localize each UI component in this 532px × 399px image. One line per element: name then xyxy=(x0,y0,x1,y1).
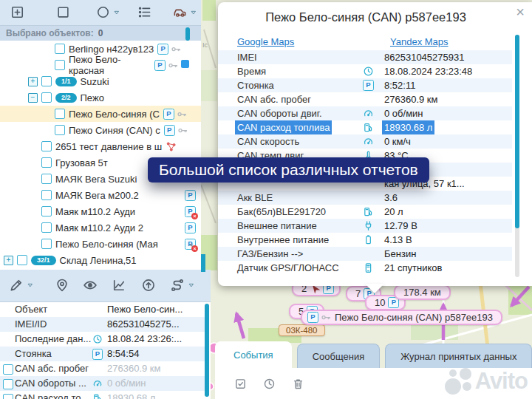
info-label: Последние дан... xyxy=(15,332,91,347)
info-value: Пежо Бело-син... xyxy=(107,302,183,317)
marker-text: 7 xyxy=(355,288,361,299)
object-list-item[interactable]: Пежо Бело-синяя (С P xyxy=(0,106,201,122)
map-marker-label[interactable]: 03К-480 xyxy=(279,324,325,336)
object-checkbox[interactable] xyxy=(41,239,52,249)
toolbar-button[interactable] xyxy=(173,5,197,19)
object-label: МАЯК Вега Suzuki xyxy=(55,174,137,185)
object-list-item[interactable]: 2651 тест давление в ш xyxy=(0,138,201,154)
list-icon[interactable] xyxy=(137,5,151,19)
chevron-down-icon[interactable] xyxy=(190,9,197,16)
map-marker-label[interactable]: 178.4 км xyxy=(394,284,451,300)
object-list-item[interactable]: МАЯК Вега м200.2 P xyxy=(0,187,201,203)
p-icon: P xyxy=(92,349,103,359)
route-icon[interactable] xyxy=(170,278,185,293)
info-value: 276360.9 км xyxy=(107,361,160,376)
param-checkbox[interactable] xyxy=(3,394,13,399)
detail-row: Время 18.08.2024 23:23:48 xyxy=(218,64,512,78)
object-list-item[interactable]: Маяк м110.2 Ауди 2 P xyxy=(0,219,201,236)
map-link[interactable]: Google Maps xyxy=(237,36,294,47)
objects-sidebar: Выбрано объектов:0 Berlingo н422ув123 P … xyxy=(0,0,201,270)
info-row: IMEI/ID 862531045275... xyxy=(0,317,207,332)
detail-value: 12.79 В xyxy=(384,219,417,233)
action-button[interactable] xyxy=(9,278,34,293)
trash-icon[interactable] xyxy=(292,378,304,390)
group-count-badge: 1/1 xyxy=(55,77,77,86)
action-button[interactable] xyxy=(55,278,69,293)
plus-square-icon[interactable] xyxy=(10,5,24,19)
object-checkbox[interactable] xyxy=(41,141,52,151)
eye-icon[interactable] xyxy=(83,278,98,293)
object-checkbox[interactable] xyxy=(41,92,52,103)
chevron-down-icon[interactable] xyxy=(188,282,195,289)
object-list-item[interactable]: Пежо Бело-синяя (Мая P× xyxy=(0,236,201,252)
object-checkbox[interactable] xyxy=(41,174,52,184)
object-checkbox[interactable] xyxy=(41,157,52,168)
detail-label: Внешнее питание xyxy=(237,219,317,233)
object-checkbox[interactable] xyxy=(55,125,65,135)
toolbar-button[interactable] xyxy=(56,5,70,19)
object-checkbox[interactable] xyxy=(55,44,65,54)
param-checkbox[interactable] xyxy=(3,364,13,375)
upload-icon[interactable] xyxy=(141,278,156,293)
group-count-badge: 2/2 xyxy=(55,93,77,103)
check-square-icon[interactable] xyxy=(234,378,247,390)
circle-icon[interactable] xyxy=(96,5,110,19)
sidebar-scrollbar[interactable] xyxy=(185,27,190,41)
expander-icon[interactable]: + xyxy=(4,256,13,265)
detail-row: Стоянка P 8:52:11 xyxy=(218,78,512,92)
object-checkbox[interactable] xyxy=(55,109,65,119)
map-link[interactable]: Yandex Maps xyxy=(390,36,449,47)
clock-outline-icon[interactable] xyxy=(263,378,276,390)
param-checkbox[interactable] xyxy=(3,379,13,389)
detail-value: 8:52:11 xyxy=(384,78,415,92)
fuel-icon xyxy=(363,122,374,133)
p-icon: P xyxy=(185,190,196,201)
detail-label: Стоянка xyxy=(237,78,274,92)
object-label: Пежо Бело-синяя (С xyxy=(69,109,160,120)
popup-scrollbar[interactable] xyxy=(515,35,519,277)
chevron-down-icon[interactable] xyxy=(113,9,120,16)
object-list-item[interactable]: Маяк м110.2 Ауди P× xyxy=(0,203,201,219)
object-list-item[interactable]: Пежо Бело-красная P xyxy=(0,57,201,73)
close-icon[interactable]: × xyxy=(516,4,525,21)
pencil-icon[interactable] xyxy=(9,278,24,293)
info-panel-scrollbar[interactable] xyxy=(205,304,209,397)
object-checkbox[interactable] xyxy=(41,76,52,86)
action-button[interactable] xyxy=(170,278,195,293)
action-button[interactable] xyxy=(141,278,156,293)
car-icon[interactable] xyxy=(173,5,187,19)
popup-scrollbar-thumb[interactable] xyxy=(515,35,519,228)
expander-icon[interactable]: + xyxy=(28,77,38,86)
popup-pointer xyxy=(365,284,384,293)
detail-label: Датчик GPS/ГЛОНАСС xyxy=(237,261,339,275)
object-label: Пежо Бело-красная xyxy=(69,54,151,76)
toolbar-button[interactable] xyxy=(96,5,120,19)
object-list-item[interactable]: − 2/2 Пежо xyxy=(0,89,201,106)
object-checkbox[interactable] xyxy=(17,255,27,265)
detail-value: 4.13 В xyxy=(384,233,412,247)
collapse-arrow-icon[interactable]: ◂ xyxy=(189,241,193,248)
square-icon[interactable] xyxy=(56,5,70,19)
object-checkbox[interactable] xyxy=(55,60,65,70)
chevron-down-icon[interactable] xyxy=(27,282,34,289)
object-list-item[interactable]: + 1/1 Suzuki xyxy=(0,73,201,89)
map-marker-label[interactable]: P Пежо Бело-синяя (CAN) p587ee193 xyxy=(301,310,502,325)
object-checkbox[interactable] xyxy=(41,206,52,216)
tab[interactable]: Журнал принятых данных xyxy=(385,344,532,368)
object-checkbox[interactable] xyxy=(41,222,52,233)
object-list-item[interactable]: + 32/1 Склад Ленина,51 xyxy=(0,252,201,268)
action-button[interactable] xyxy=(83,278,98,293)
action-button[interactable] xyxy=(112,278,126,293)
splitter-scroll-thumb[interactable] xyxy=(201,254,205,272)
expander-icon[interactable]: − xyxy=(28,93,38,103)
tab[interactable]: События xyxy=(215,341,292,368)
gauge-icon xyxy=(363,108,374,119)
object-list-item[interactable]: Пежо Синяя (CAN) с P xyxy=(0,122,201,138)
pin-icon[interactable] xyxy=(55,278,69,293)
object-checkbox[interactable] xyxy=(41,190,52,200)
toolbar-button[interactable] xyxy=(10,5,24,19)
tab[interactable]: Сообщения xyxy=(297,344,381,368)
chart-icon[interactable] xyxy=(112,278,126,293)
info-value: 8:54:54 xyxy=(107,347,139,361)
toolbar-button[interactable] xyxy=(137,5,151,19)
